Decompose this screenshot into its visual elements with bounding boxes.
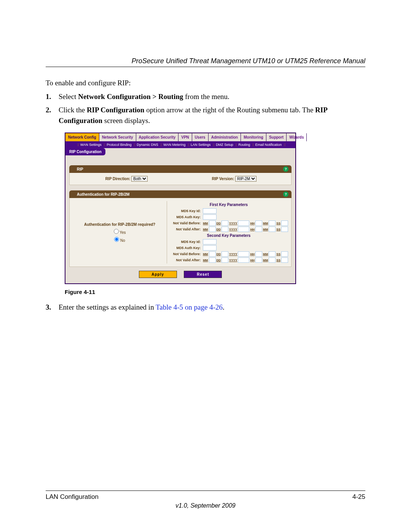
dd-label: DD xyxy=(217,228,221,231)
rip-version-label: RIP Version: xyxy=(212,177,234,181)
second-nva-mm[interactable] xyxy=(209,257,216,263)
tab-users[interactable]: Users xyxy=(192,133,209,141)
second-nva-mm2[interactable] xyxy=(269,257,276,263)
yyyy-label: YYYY xyxy=(229,259,237,262)
rip-section-title: RIP xyxy=(77,167,83,171)
second-nvb-mm2[interactable] xyxy=(269,251,276,257)
step3-link[interactable]: Table 4-5 on page 4-26 xyxy=(156,303,223,311)
step-number: 2. xyxy=(46,105,53,126)
hh-label: HH xyxy=(250,252,255,256)
tab-application-security[interactable]: Application Security xyxy=(136,133,179,141)
subtab-rip-config[interactable]: RIP Configuration xyxy=(65,148,105,155)
mm2-label: MM xyxy=(263,252,268,256)
mm2-label: MM xyxy=(263,259,268,262)
second-md5-key-id[interactable] xyxy=(203,239,217,244)
first-nva-hh[interactable] xyxy=(255,227,262,232)
tab-monitoring[interactable]: Monitoring xyxy=(241,133,266,141)
subnav-dmz[interactable]: DMZ Setup xyxy=(216,143,233,147)
step-1: 1. Select Network Configuration > Routin… xyxy=(46,91,365,102)
help-icon[interactable]: ? xyxy=(283,192,288,197)
first-nvb-ss[interactable] xyxy=(281,220,288,226)
first-md5-auth-key[interactable] xyxy=(203,214,217,220)
second-nvb-yyyy[interactable] xyxy=(238,251,249,257)
yyyy-label: YYYY xyxy=(229,252,237,256)
page-header: ProSecure Unified Threat Management UTM1… xyxy=(46,57,365,65)
rip-direction-select[interactable]: Both xyxy=(131,176,148,182)
rip-section-body: RIP Direction: Both RIP Version: RIP-2M xyxy=(69,173,292,185)
first-nvb-mm[interactable] xyxy=(209,220,216,226)
second-nva-ss[interactable] xyxy=(281,257,288,263)
subnav-wanmeter[interactable]: WAN Metering xyxy=(163,143,185,147)
tab-network-security[interactable]: Network Security xyxy=(99,133,136,141)
help-icon[interactable]: ? xyxy=(283,166,288,172)
second-nva-dd[interactable] xyxy=(221,257,228,263)
first-key-title: First Key Parameters xyxy=(169,203,288,207)
first-nva-mm2[interactable] xyxy=(269,227,276,232)
mm2-label: MM xyxy=(263,222,268,225)
subnav-protocol[interactable]: Protocol Binding xyxy=(107,143,132,147)
top-nav: Network Config Network Security Applicat… xyxy=(65,133,295,141)
second-nva-hh[interactable] xyxy=(255,257,262,263)
main-panel: RIP ? RIP Direction: Both RIP Version: R… xyxy=(65,155,295,267)
tab-administration[interactable]: Administration xyxy=(209,133,241,141)
ss-label: SS xyxy=(276,228,280,231)
dd-label: DD xyxy=(217,252,221,256)
auth-section-header: Authentication for RIP-2B/2M ? xyxy=(69,190,292,198)
subnav-lan[interactable]: LAN Settings xyxy=(191,143,211,147)
subnav-email[interactable]: Email Notification xyxy=(255,143,282,147)
step2-e: screen displays. xyxy=(102,117,150,125)
button-row: Apply Reset xyxy=(65,267,295,283)
step3-t2: . xyxy=(223,303,225,311)
reset-button[interactable]: Reset xyxy=(184,271,222,278)
subnav-routing[interactable]: Routing xyxy=(238,143,250,147)
second-nvb-ss[interactable] xyxy=(281,251,288,257)
dd-label: DD xyxy=(217,259,221,262)
first-nva-dd[interactable] xyxy=(221,227,228,232)
first-nvb-dd[interactable] xyxy=(221,220,228,226)
tab-vpn[interactable]: VPN xyxy=(178,133,192,141)
second-key-title: Second Key Parameters xyxy=(169,233,288,238)
footer-rule xyxy=(46,490,365,491)
second-nva-yyyy[interactable] xyxy=(238,257,249,263)
step1-bold: Network Configuration > Routing xyxy=(78,93,183,101)
yyyy-label: YYYY xyxy=(229,228,237,231)
mm-label: MM xyxy=(203,222,208,225)
hh-label: HH xyxy=(250,259,255,262)
subnav-ddns[interactable]: Dynamic DNS xyxy=(137,143,158,147)
ss-label: SS xyxy=(276,259,280,262)
step-number: 3. xyxy=(46,302,53,313)
first-nvb-mm2[interactable] xyxy=(269,220,276,226)
page-footer: LAN Configuration 4-25 v1.0, September 2… xyxy=(46,490,365,509)
step-2: 2. Click the RIP Configuration option ar… xyxy=(46,105,365,126)
md5-auth-key-label: MD5 Auth Key: xyxy=(169,215,202,219)
not-valid-after-label: Not Valid After: xyxy=(169,258,202,262)
first-md5-key-id[interactable] xyxy=(203,208,217,214)
second-nvb-mm[interactable] xyxy=(209,251,216,257)
step-number: 1. xyxy=(46,91,53,102)
first-nvb-yyyy[interactable] xyxy=(238,220,249,226)
second-nvb-hh[interactable] xyxy=(255,251,262,257)
auth-no-label: No xyxy=(120,238,125,243)
mm-label: MM xyxy=(203,259,208,262)
figure-caption: Figure 4-11 xyxy=(65,289,365,295)
subnav-wan[interactable]: WAN Settings xyxy=(80,143,102,147)
tab-network-config[interactable]: Network Config xyxy=(65,133,99,141)
auth-yes-radio[interactable] xyxy=(114,229,119,234)
auth-section-body: Authentication for RIP-2B/2M required? Y… xyxy=(69,198,292,267)
tab-wizards[interactable]: Wizards xyxy=(287,133,307,141)
first-nva-mm[interactable] xyxy=(209,227,216,232)
first-nva-yyyy[interactable] xyxy=(238,227,249,232)
auth-question: Authentication for RIP-2B/2M required? xyxy=(73,222,167,227)
second-nvb-dd[interactable] xyxy=(221,251,228,257)
auth-no-radio[interactable] xyxy=(114,237,119,242)
rip-version-select[interactable]: RIP-2M xyxy=(235,176,256,182)
apply-button[interactable]: Apply xyxy=(139,271,177,278)
second-md5-auth-key[interactable] xyxy=(203,245,217,251)
intro-text: To enable and configure RIP: xyxy=(46,78,365,88)
md5-key-id-label: MD5 Key Id: xyxy=(169,209,202,213)
first-nvb-hh[interactable] xyxy=(255,220,262,226)
tab-support[interactable]: Support xyxy=(266,133,287,141)
ss-label: SS xyxy=(276,252,280,256)
first-nva-ss[interactable] xyxy=(281,227,288,232)
mm-label: MM xyxy=(203,252,208,256)
